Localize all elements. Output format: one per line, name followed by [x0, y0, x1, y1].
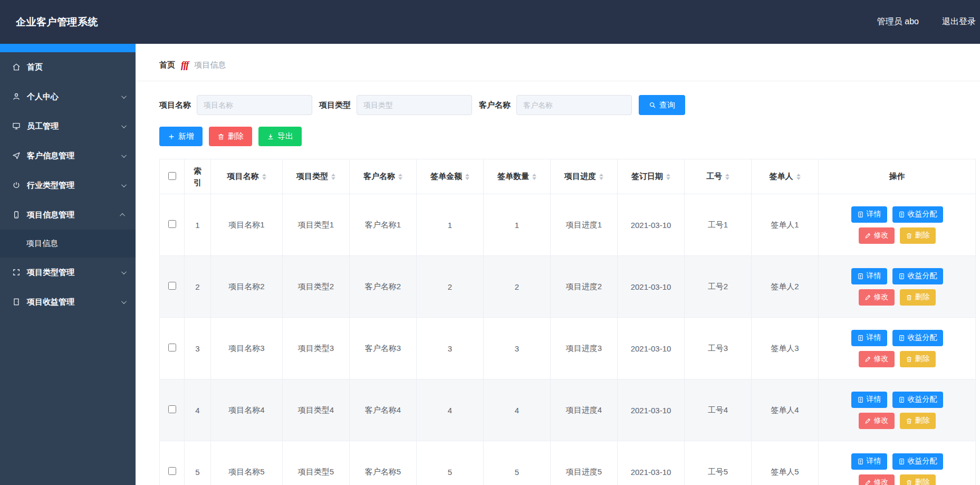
row-checkbox[interactable]	[168, 282, 176, 290]
sidebar-item-label: 员工管理	[27, 121, 59, 131]
trash-icon	[217, 133, 225, 140]
delete-row-button[interactable]: 删除	[900, 289, 936, 306]
profit-assign-button[interactable]: 收益分配	[892, 330, 943, 346]
sidebar-item-label: 项目收益管理	[27, 297, 74, 307]
cell-customer-name: 客户名称3	[350, 318, 417, 379]
customer-name-filter-input[interactable]	[516, 95, 632, 115]
send-icon	[12, 151, 21, 160]
profit-assign-button[interactable]: 收益分配	[892, 268, 943, 284]
logout-button[interactable]: 退出登录	[942, 16, 976, 27]
chevron-up-icon	[120, 213, 125, 218]
export-button[interactable]: 导出	[258, 127, 302, 146]
project-type-filter-input[interactable]	[357, 95, 472, 115]
row-checkbox-cell	[160, 256, 185, 318]
detail-button[interactable]: 详情	[851, 268, 887, 284]
sidebar-item-employee-management[interactable]: 员工管理	[0, 111, 136, 141]
add-button[interactable]: 新增	[159, 127, 203, 146]
profit-assign-button[interactable]: 收益分配	[892, 206, 943, 223]
sidebar-item-industry-type-management[interactable]: 行业类型管理	[0, 170, 136, 200]
trash-icon	[906, 417, 912, 424]
col-header-sign-date[interactable]: 签订日期	[618, 159, 685, 194]
mobile-icon	[12, 210, 21, 220]
edit-button[interactable]: 修改	[859, 289, 895, 306]
cell-sign-amount: 4	[417, 379, 484, 441]
app-header: 企业客户管理系统 管理员 abo 退出登录	[0, 0, 980, 44]
cell-project-progress: 项目进度5	[551, 441, 618, 485]
row-checkbox[interactable]	[168, 467, 176, 475]
row-checkbox[interactable]	[168, 405, 176, 413]
filter-bar: 项目名称 项目类型 客户名称 查询	[159, 95, 980, 115]
cell-sign-date: 2021-03-10	[618, 441, 685, 485]
chevron-down-icon	[121, 93, 127, 99]
detail-button[interactable]: 详情	[851, 206, 887, 223]
cell-sign-quantity: 1	[484, 194, 551, 256]
cell-operations: 详情 收益分配 修改	[819, 379, 976, 441]
table-body: 1 项目名称1 项目类型1 客户名称1 1 1 项目进度1 2021-03-10…	[160, 194, 976, 485]
breadcrumb: 首页 fff 项目信息	[136, 44, 980, 81]
cell-project-name: 项目名称5	[211, 441, 283, 485]
table-row: 4 项目名称4 项目类型4 客户名称4 4 4 项目进度4 2021-03-10…	[160, 379, 976, 441]
table-row: 3 项目名称3 项目类型3 客户名称3 3 3 项目进度3 2021-03-10…	[160, 318, 976, 379]
sidebar-item-label: 客户信息管理	[27, 151, 74, 161]
col-header-signer[interactable]: 签单人	[752, 159, 819, 194]
profit-assign-button[interactable]: 收益分配	[892, 453, 943, 470]
sidebar-item-label: 行业类型管理	[27, 180, 74, 191]
sidebar-item-customer-info-management[interactable]: 客户信息管理	[0, 141, 136, 170]
delete-row-button[interactable]: 删除	[900, 474, 936, 485]
row-checkbox[interactable]	[168, 220, 176, 228]
col-header-customer-name[interactable]: 客户名称	[350, 159, 417, 194]
edit-button[interactable]: 修改	[859, 351, 895, 367]
col-header-operations: 操作	[819, 159, 976, 194]
select-all-checkbox[interactable]	[168, 172, 176, 180]
cell-project-name: 项目名称4	[211, 379, 283, 441]
profit-assign-button[interactable]: 收益分配	[892, 392, 943, 408]
row-checkbox[interactable]	[168, 344, 176, 351]
col-header-sign-quantity[interactable]: 签单数量	[484, 159, 551, 194]
edit-button[interactable]: 修改	[859, 227, 895, 244]
cell-customer-name: 客户名称2	[350, 256, 417, 318]
sidebar-item-project-type-management[interactable]: 项目类型管理	[0, 258, 136, 287]
col-header-project-name[interactable]: 项目名称	[211, 159, 283, 194]
cell-job-number: 工号1	[685, 194, 752, 256]
delete-row-button[interactable]: 删除	[900, 227, 936, 244]
edit-button[interactable]: 修改	[859, 474, 895, 485]
breadcrumb-home-link[interactable]: 首页	[159, 60, 175, 70]
col-header-sign-amount[interactable]: 签单金额	[417, 159, 484, 194]
customer-name-filter-label: 客户名称	[479, 100, 511, 110]
chevron-down-icon	[121, 153, 127, 158]
sort-icon	[666, 174, 670, 180]
cell-signer: 签单人2	[752, 256, 819, 318]
cell-index: 5	[185, 441, 211, 485]
detail-button[interactable]: 详情	[851, 453, 887, 470]
project-name-filter-label: 项目名称	[159, 100, 191, 110]
sort-icon	[465, 174, 469, 180]
col-header-project-type[interactable]: 项目类型	[283, 159, 350, 194]
sidebar-submenu-project-info: 项目信息	[0, 230, 136, 258]
sidebar-item-home[interactable]: 首页	[0, 52, 136, 82]
search-button[interactable]: 查询	[639, 95, 685, 115]
col-header-project-progress[interactable]: 项目进度	[551, 159, 618, 194]
delete-row-button[interactable]: 删除	[900, 413, 936, 429]
cell-signer: 签单人5	[752, 441, 819, 485]
sidebar-accent-bar	[0, 44, 136, 52]
col-header-job-number[interactable]: 工号	[685, 159, 752, 194]
sidebar-item-label: 项目信息管理	[27, 210, 74, 220]
cell-project-name: 项目名称1	[211, 194, 283, 256]
batch-delete-button[interactable]: 删除	[209, 127, 252, 146]
table-row: 1 项目名称1 项目类型1 客户名称1 1 1 项目进度1 2021-03-10…	[160, 194, 976, 256]
sidebar-item-project-profit-management[interactable]: 项目收益管理	[0, 287, 136, 317]
project-name-filter-input[interactable]	[197, 95, 312, 115]
detail-button[interactable]: 详情	[851, 392, 887, 408]
edit-button[interactable]: 修改	[859, 413, 895, 429]
detail-button[interactable]: 详情	[851, 330, 887, 346]
document-icon	[857, 458, 864, 465]
sidebar-subitem-project-info[interactable]: 项目信息	[0, 230, 136, 258]
delete-row-button[interactable]: 删除	[900, 351, 936, 367]
sidebar-item-label: 个人中心	[27, 92, 59, 102]
monitor-icon	[12, 121, 21, 131]
document-icon	[857, 273, 864, 280]
sidebar-item-project-info-management[interactable]: 项目信息管理	[0, 200, 136, 230]
plus-icon	[168, 133, 175, 140]
sidebar-item-personal-center[interactable]: 个人中心	[0, 82, 136, 111]
sidebar-item-label: 项目类型管理	[27, 268, 74, 278]
